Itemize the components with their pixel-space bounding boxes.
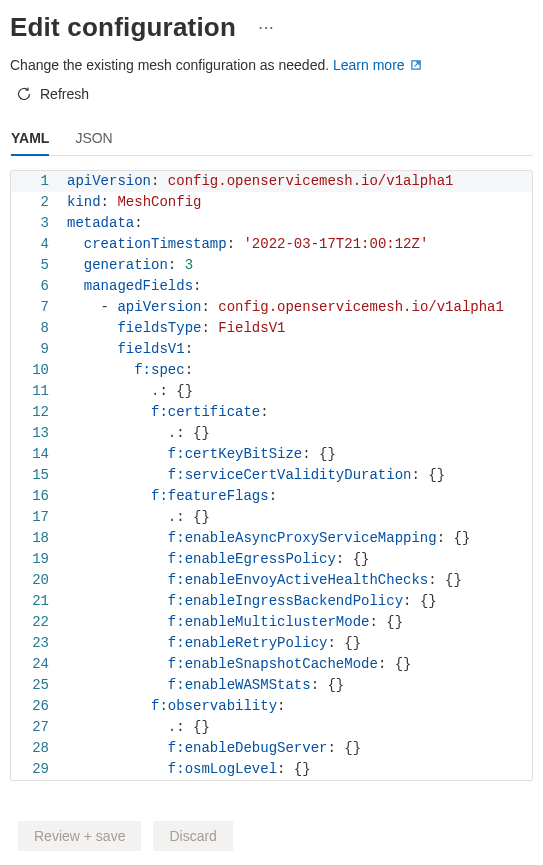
learn-more-link[interactable]: Learn more — [333, 57, 422, 73]
code-content[interactable]: .: {} — [67, 423, 532, 444]
line-number: 1 — [11, 171, 67, 192]
editor-line[interactable]: 23 f:enableRetryPolicy: {} — [11, 633, 532, 654]
external-link-icon — [410, 58, 422, 74]
code-content[interactable]: f:enableDebugServer: {} — [67, 738, 532, 759]
review-save-button[interactable]: Review + save — [18, 821, 141, 851]
discard-button[interactable]: Discard — [153, 821, 232, 851]
tab-yaml[interactable]: YAML — [11, 124, 49, 156]
code-content[interactable]: creationTimestamp: '2022-03-17T21:00:12Z… — [67, 234, 532, 255]
editor-line[interactable]: 6 managedFields: — [11, 276, 532, 297]
line-number: 29 — [11, 759, 67, 780]
code-content[interactable]: f:observability: — [67, 696, 532, 717]
editor-line[interactable]: 16 f:featureFlags: — [11, 486, 532, 507]
line-number: 8 — [11, 318, 67, 339]
code-content[interactable]: - apiVersion: config.openservicemesh.io/… — [67, 297, 532, 318]
editor-line[interactable]: 10 f:spec: — [11, 360, 532, 381]
refresh-button[interactable]: Refresh — [10, 86, 533, 102]
editor-line[interactable]: 9 fieldsV1: — [11, 339, 532, 360]
code-content[interactable]: .: {} — [67, 717, 532, 738]
line-number: 2 — [11, 192, 67, 213]
code-content[interactable]: f:featureFlags: — [67, 486, 532, 507]
code-content[interactable]: fieldsType: FieldsV1 — [67, 318, 532, 339]
editor-line[interactable]: 28 f:enableDebugServer: {} — [11, 738, 532, 759]
tab-json[interactable]: JSON — [75, 124, 112, 156]
code-content[interactable]: f:certificate: — [67, 402, 532, 423]
editor-line[interactable]: 20 f:enableEnvoyActiveHealthChecks: {} — [11, 570, 532, 591]
description-text: Change the existing mesh configuration a… — [10, 57, 333, 73]
code-content[interactable]: f:enableWASMStats: {} — [67, 675, 532, 696]
code-content[interactable]: f:serviceCertValidityDuration: {} — [67, 465, 532, 486]
code-content[interactable]: f:spec: — [67, 360, 532, 381]
line-number: 15 — [11, 465, 67, 486]
line-number: 5 — [11, 255, 67, 276]
code-content[interactable]: kind: MeshConfig — [67, 192, 532, 213]
editor-line[interactable]: 8 fieldsType: FieldsV1 — [11, 318, 532, 339]
line-number: 14 — [11, 444, 67, 465]
tabs: YAML JSON — [10, 124, 533, 156]
editor-line[interactable]: 25 f:enableWASMStats: {} — [11, 675, 532, 696]
page-title: Edit configuration — [10, 12, 236, 43]
line-number: 25 — [11, 675, 67, 696]
editor-line[interactable]: 27 .: {} — [11, 717, 532, 738]
more-actions-icon[interactable]: ⋯ — [254, 20, 278, 36]
code-content[interactable]: f:certKeyBitSize: {} — [67, 444, 532, 465]
line-number: 12 — [11, 402, 67, 423]
code-content[interactable]: fieldsV1: — [67, 339, 532, 360]
code-editor[interactable]: 1apiVersion: config.openservicemesh.io/v… — [10, 170, 533, 781]
editor-line[interactable]: 13 .: {} — [11, 423, 532, 444]
editor-line[interactable]: 2kind: MeshConfig — [11, 192, 532, 213]
line-number: 19 — [11, 549, 67, 570]
code-content[interactable]: .: {} — [67, 507, 532, 528]
editor-line[interactable]: 21 f:enableIngressBackendPolicy: {} — [11, 591, 532, 612]
editor-line[interactable]: 1apiVersion: config.openservicemesh.io/v… — [11, 171, 532, 192]
line-number: 26 — [11, 696, 67, 717]
editor-line[interactable]: 26 f:observability: — [11, 696, 532, 717]
code-content[interactable]: f:osmLogLevel: {} — [67, 759, 532, 780]
code-content[interactable]: apiVersion: config.openservicemesh.io/v1… — [67, 171, 532, 192]
editor-line[interactable]: 19 f:enableEgressPolicy: {} — [11, 549, 532, 570]
line-number: 16 — [11, 486, 67, 507]
editor-line[interactable]: 22 f:enableMulticlusterMode: {} — [11, 612, 532, 633]
line-number: 21 — [11, 591, 67, 612]
line-number: 9 — [11, 339, 67, 360]
editor-line[interactable]: 29 f:osmLogLevel: {} — [11, 759, 532, 780]
code-content[interactable]: f:enableAsyncProxyServiceMapping: {} — [67, 528, 532, 549]
editor-line[interactable]: 3metadata: — [11, 213, 532, 234]
line-number: 28 — [11, 738, 67, 759]
code-content[interactable]: f:enableRetryPolicy: {} — [67, 633, 532, 654]
line-number: 23 — [11, 633, 67, 654]
editor-line[interactable]: 5 generation: 3 — [11, 255, 532, 276]
line-number: 13 — [11, 423, 67, 444]
editor-line[interactable]: 24 f:enableSnapshotCacheMode: {} — [11, 654, 532, 675]
line-number: 10 — [11, 360, 67, 381]
editor-line[interactable]: 11 .: {} — [11, 381, 532, 402]
code-content[interactable]: f:enableEnvoyActiveHealthChecks: {} — [67, 570, 532, 591]
line-number: 18 — [11, 528, 67, 549]
code-content[interactable]: f:enableMulticlusterMode: {} — [67, 612, 532, 633]
code-content[interactable]: metadata: — [67, 213, 532, 234]
editor-line[interactable]: 14 f:certKeyBitSize: {} — [11, 444, 532, 465]
code-content[interactable]: managedFields: — [67, 276, 532, 297]
code-content[interactable]: f:enableEgressPolicy: {} — [67, 549, 532, 570]
line-number: 11 — [11, 381, 67, 402]
editor-line[interactable]: 7 - apiVersion: config.openservicemesh.i… — [11, 297, 532, 318]
refresh-icon — [16, 86, 32, 102]
line-number: 3 — [11, 213, 67, 234]
code-content[interactable]: f:enableIngressBackendPolicy: {} — [67, 591, 532, 612]
refresh-label: Refresh — [40, 86, 89, 102]
code-content[interactable]: f:enableSnapshotCacheMode: {} — [67, 654, 532, 675]
editor-line[interactable]: 15 f:serviceCertValidityDuration: {} — [11, 465, 532, 486]
editor-line[interactable]: 12 f:certificate: — [11, 402, 532, 423]
code-content[interactable]: .: {} — [67, 381, 532, 402]
line-number: 7 — [11, 297, 67, 318]
line-number: 17 — [11, 507, 67, 528]
line-number: 6 — [11, 276, 67, 297]
code-content[interactable]: generation: 3 — [67, 255, 532, 276]
description: Change the existing mesh configuration a… — [10, 57, 533, 74]
editor-line[interactable]: 17 .: {} — [11, 507, 532, 528]
line-number: 24 — [11, 654, 67, 675]
line-number: 27 — [11, 717, 67, 738]
editor-line[interactable]: 4 creationTimestamp: '2022-03-17T21:00:1… — [11, 234, 532, 255]
line-number: 22 — [11, 612, 67, 633]
editor-line[interactable]: 18 f:enableAsyncProxyServiceMapping: {} — [11, 528, 532, 549]
